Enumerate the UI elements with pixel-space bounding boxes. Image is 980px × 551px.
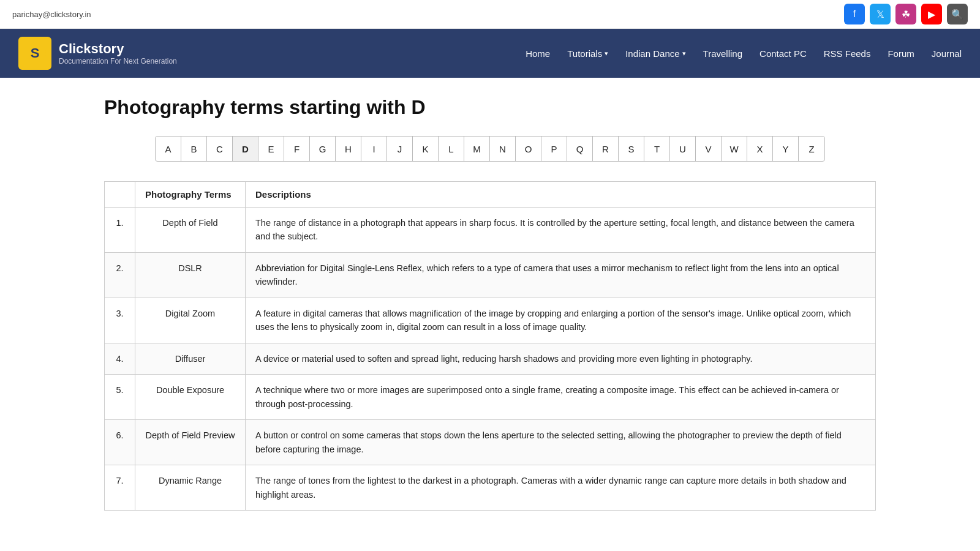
main-content: Photography terms starting with D ABCDEF… bbox=[80, 78, 900, 529]
term-description: A device or material used to soften and … bbox=[246, 343, 876, 374]
logo-link[interactable]: S Clickstory Documentation For Next Gene… bbox=[18, 37, 177, 70]
alpha-link-t[interactable]: T bbox=[644, 137, 670, 161]
alpha-link-g[interactable]: G bbox=[310, 137, 336, 161]
photography-term: Double Exposure bbox=[135, 375, 246, 420]
table-row: 1. Depth of Field The range of distance … bbox=[105, 208, 876, 253]
table-header-row: Photography Terms Descriptions bbox=[105, 182, 876, 208]
twitter-icon[interactable]: 𝕏 bbox=[870, 4, 891, 24]
alpha-link-n[interactable]: N bbox=[490, 137, 516, 161]
alpha-link-w[interactable]: W bbox=[722, 137, 747, 161]
term-description: A technique where two or more images are… bbox=[246, 375, 876, 420]
alpha-link-r[interactable]: R bbox=[593, 137, 619, 161]
alpha-link-o[interactable]: O bbox=[516, 137, 541, 161]
facebook-icon[interactable]: f bbox=[844, 4, 865, 24]
photography-term: Dynamic Range bbox=[135, 465, 246, 511]
row-number: 1. bbox=[105, 208, 135, 253]
site-subtitle: Documentation For Next Generation bbox=[59, 57, 177, 66]
nav-links: Home Tutorials ▾ Indian Dance ▾ Travelli… bbox=[526, 48, 962, 59]
logo-text: Clickstory Documentation For Next Genera… bbox=[59, 41, 177, 66]
nav-header: S Clickstory Documentation For Next Gene… bbox=[0, 29, 980, 78]
photography-term: DSLR bbox=[135, 252, 246, 298]
alpha-link-d[interactable]: D bbox=[233, 137, 258, 161]
nav-item-home[interactable]: Home bbox=[526, 48, 550, 59]
col-terms: Photography Terms bbox=[135, 182, 246, 208]
term-description: The range of distance in a photograph th… bbox=[246, 208, 876, 253]
alpha-link-h[interactable]: H bbox=[336, 137, 361, 161]
nav-item-indian-dance[interactable]: Indian Dance ▾ bbox=[625, 48, 685, 59]
table-row: 3. Digital Zoom A feature in digital cam… bbox=[105, 298, 876, 343]
alpha-link-i[interactable]: I bbox=[361, 137, 387, 161]
alpha-link-b[interactable]: B bbox=[181, 137, 207, 161]
col-descriptions: Descriptions bbox=[246, 182, 876, 208]
logo-icon: S bbox=[23, 42, 47, 65]
table-row: 6. Depth of Field Preview A button or co… bbox=[105, 420, 876, 465]
alpha-link-q[interactable]: Q bbox=[567, 137, 593, 161]
alpha-link-j[interactable]: J bbox=[387, 137, 413, 161]
row-number: 6. bbox=[105, 420, 135, 465]
alpha-link-c[interactable]: C bbox=[207, 137, 233, 161]
top-bar: parichay@clickstory.in f 𝕏 ☘ ▶ 🔍 bbox=[0, 0, 980, 29]
alphabet-nav: ABCDEFGHIJKLMNOPQRSTUVWXYZ bbox=[155, 136, 825, 162]
social-icons-group: f 𝕏 ☘ ▶ 🔍 bbox=[844, 4, 968, 24]
chevron-down-icon: ▾ bbox=[605, 50, 608, 58]
term-description: Abbreviation for Digital Single-Lens Ref… bbox=[246, 252, 876, 298]
photography-term: Digital Zoom bbox=[135, 298, 246, 343]
table-row: 7. Dynamic Range The range of tones from… bbox=[105, 465, 876, 511]
row-number: 2. bbox=[105, 252, 135, 298]
alpha-link-a[interactable]: A bbox=[156, 137, 181, 161]
nav-item-contact[interactable]: Contact PC bbox=[760, 48, 807, 59]
site-title: Clickstory bbox=[59, 41, 177, 57]
alpha-link-e[interactable]: E bbox=[258, 137, 284, 161]
chevron-down-icon: ▾ bbox=[682, 50, 686, 58]
alpha-link-l[interactable]: L bbox=[439, 137, 464, 161]
alpha-link-m[interactable]: M bbox=[464, 137, 490, 161]
photography-term: Depth of Field Preview bbox=[135, 420, 246, 465]
photography-term: Depth of Field bbox=[135, 208, 246, 253]
alpha-link-f[interactable]: F bbox=[284, 137, 310, 161]
svg-text:S: S bbox=[31, 45, 40, 61]
table-row: 4. Diffuser A device or material used to… bbox=[105, 343, 876, 374]
alpha-link-p[interactable]: P bbox=[541, 137, 567, 161]
youtube-icon[interactable]: ▶ bbox=[921, 4, 942, 24]
table-row: 5. Double Exposure A technique where two… bbox=[105, 375, 876, 420]
term-description: A feature in digital cameras that allows… bbox=[246, 298, 876, 343]
term-description: A button or control on some cameras that… bbox=[246, 420, 876, 465]
nav-item-journal[interactable]: Journal bbox=[932, 48, 962, 59]
row-number: 7. bbox=[105, 465, 135, 511]
logo-box: S bbox=[18, 37, 51, 70]
term-description: The range of tones from the lightest to … bbox=[246, 465, 876, 511]
table-row: 2. DSLR Abbreviation for Digital Single-… bbox=[105, 252, 876, 298]
row-number: 4. bbox=[105, 343, 135, 374]
email-address: parichay@clickstory.in bbox=[12, 10, 91, 19]
photography-term: Diffuser bbox=[135, 343, 246, 374]
alpha-link-v[interactable]: V bbox=[696, 137, 722, 161]
nav-item-rss[interactable]: RSS Feeds bbox=[824, 48, 871, 59]
alpha-link-z[interactable]: Z bbox=[799, 137, 824, 161]
search-icon[interactable]: 🔍 bbox=[947, 4, 968, 24]
alpha-link-u[interactable]: U bbox=[670, 137, 696, 161]
row-number: 5. bbox=[105, 375, 135, 420]
alpha-link-y[interactable]: Y bbox=[773, 137, 799, 161]
instagram-icon[interactable]: ☘ bbox=[895, 4, 916, 24]
page-title: Photography terms starting with D bbox=[104, 96, 876, 119]
alpha-link-s[interactable]: S bbox=[619, 137, 644, 161]
alpha-link-k[interactable]: K bbox=[413, 137, 439, 161]
alpha-link-x[interactable]: X bbox=[747, 137, 773, 161]
row-number: 3. bbox=[105, 298, 135, 343]
nav-item-travelling[interactable]: Travelling bbox=[703, 48, 742, 59]
nav-item-tutorials[interactable]: Tutorials ▾ bbox=[567, 48, 608, 59]
col-number bbox=[105, 182, 135, 208]
nav-item-forum[interactable]: Forum bbox=[888, 48, 914, 59]
terms-table: Photography Terms Descriptions 1. Depth … bbox=[104, 181, 876, 511]
